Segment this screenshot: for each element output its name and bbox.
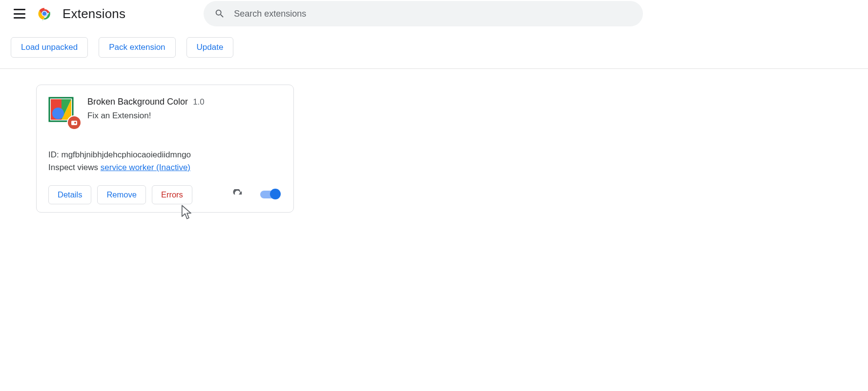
chrome-logo-icon (37, 6, 52, 21)
extensions-grid: Broken Background Color 1.0 Fix an Exten… (0, 69, 868, 228)
header-bar: Extensions (0, 0, 868, 27)
extension-icon (48, 97, 76, 124)
search-icon (214, 8, 225, 19)
update-button[interactable]: Update (186, 37, 234, 58)
pack-extension-button[interactable]: Pack extension (99, 37, 175, 58)
extension-card: Broken Background Color 1.0 Fix an Exten… (36, 85, 294, 213)
unpacked-badge-icon (68, 116, 81, 129)
svg-point-7 (52, 108, 64, 119)
extension-id-label: ID: (48, 150, 59, 159)
errors-button[interactable]: Errors (152, 185, 192, 204)
extension-name: Broken Background Color (87, 97, 188, 107)
dev-toolbar: Load unpacked Pack extension Update (0, 27, 868, 69)
service-worker-link[interactable]: service worker (Inactive) (101, 163, 190, 172)
details-button[interactable]: Details (48, 185, 91, 204)
extension-version: 1.0 (193, 97, 205, 107)
remove-button[interactable]: Remove (97, 185, 145, 204)
reload-icon (232, 189, 243, 200)
extension-description: Fix an Extension! (87, 111, 282, 121)
menu-icon[interactable] (14, 8, 25, 20)
inspect-views-label: Inspect views (48, 163, 98, 172)
extension-meta: ID: mgfbhjnibhjdehcphiocaoiediidmngo Ins… (48, 149, 282, 174)
extension-id-value: mgfbhjnibhjdehcphiocaoiediidmngo (61, 150, 191, 159)
reload-button[interactable] (230, 187, 246, 202)
load-unpacked-button[interactable]: Load unpacked (11, 37, 88, 58)
search-box[interactable] (204, 1, 643, 26)
page-title: Extensions (62, 6, 125, 22)
enable-toggle[interactable] (260, 191, 280, 198)
card-actions: Details Remove Errors (48, 185, 282, 204)
search-input[interactable] (234, 9, 632, 19)
